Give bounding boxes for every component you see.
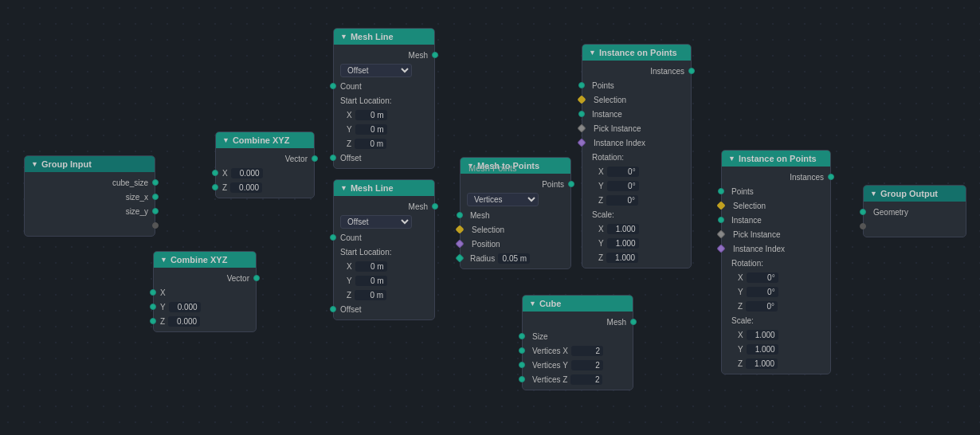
- combine-xyz-2-x-row: X: [154, 285, 256, 300]
- group-output-geometry-socket: [860, 209, 866, 215]
- mesh-line-2-node: ▼ Mesh Line Mesh Offset Count Start Loca…: [333, 179, 435, 320]
- iop1-points-socket: [578, 82, 585, 88]
- iop2-body: Instances Points Selection Instance Pick…: [722, 167, 830, 374]
- cube-size-row: Size: [523, 329, 633, 343]
- cube-mesh-row: Mesh: [523, 315, 633, 329]
- size-y-socket: [152, 208, 159, 214]
- combine-xyz-1-vector-socket: [312, 155, 318, 162]
- iop1-header: ▼ Instance on Points: [582, 45, 691, 61]
- mesh-line-2-z-row: Z 0 m: [334, 288, 434, 302]
- iop2-title: Instance on Points: [739, 154, 817, 163]
- mesh-line-1-node: ▼ Mesh Line Mesh Offset Count Start Loca…: [333, 28, 435, 169]
- iop2-selection-socket: [716, 201, 725, 210]
- combine-xyz-1-x-row: X 0.000: [216, 166, 314, 180]
- group-output-node: ▼ Group Output Geometry: [863, 185, 966, 237]
- combine-xyz-2-y-socket: [150, 304, 156, 310]
- group-output-title: Group Output: [880, 189, 938, 198]
- instance-on-points-1-node: ▼ Instance on Points Instances Points Se…: [582, 44, 692, 268]
- mesh-to-points-selection-socket: [455, 225, 464, 233]
- cube-node: ▼ Cube Mesh Size Vertices X 2 Vertices Y…: [522, 295, 633, 390]
- mesh-line-2-mode-row: Offset: [334, 214, 434, 230]
- iop2-pick-instance-socket: [716, 229, 725, 238]
- size-x-socket: [152, 194, 159, 200]
- cube-vy-row: Vertices Y 2: [523, 358, 633, 372]
- group-output-geometry-row: Geometry: [864, 205, 966, 219]
- iop1-instance-row: Instance: [582, 107, 691, 121]
- size-x-label: size_x: [126, 193, 148, 202]
- iop2-instance-row: Instance: [722, 213, 830, 227]
- combine-xyz-2-y-row: Y 0.000: [154, 300, 256, 314]
- mesh-to-points-mesh-row: Mesh: [461, 208, 570, 222]
- group-input-body: cube_size size_x size_y: [25, 172, 155, 236]
- cube-vy-socket: [519, 362, 525, 368]
- cube-mesh-socket: [630, 319, 637, 325]
- iop2-instances-socket: [828, 174, 834, 180]
- iop2-sy-row: Y 1.000: [722, 342, 830, 356]
- iop2-scale-label: Scale:: [722, 313, 830, 327]
- extra-socket: [152, 222, 159, 229]
- combine-xyz-2-x-socket: [150, 289, 156, 296]
- cube-header: ▼ Cube: [523, 296, 633, 312]
- mesh-to-points-position-socket: [455, 239, 464, 248]
- mesh-line-1-y-row: Y 0 m: [334, 122, 434, 136]
- mesh-to-points-body: Points Vertices Mesh Selection Position …: [461, 174, 570, 268]
- iop2-sz-row: Z 1.000: [722, 356, 830, 370]
- iop2-rotation-label: Rotation:: [722, 256, 830, 270]
- mesh-line-2-offset-socket: [330, 306, 336, 312]
- combine-xyz-1-x-socket: [212, 170, 218, 176]
- iop1-pick-instance-socket: [577, 123, 586, 132]
- cube-size-socket: [152, 179, 159, 186]
- mesh-to-points-title: Mesh to Points: [477, 161, 539, 170]
- iop2-sx-row: X 1.000: [722, 327, 830, 342]
- iop1-instances-row: Instances: [582, 64, 691, 78]
- group-input-size-x-row: size_x: [25, 190, 155, 204]
- mesh-to-points-selection-row: Selection: [461, 222, 570, 237]
- iop1-pick-instance-row: Pick Instance: [582, 121, 691, 135]
- iop1-points-row: Points: [582, 78, 691, 92]
- mesh-line-1-count-row: Count: [334, 79, 434, 93]
- iop2-rx-row: X 0°: [722, 270, 830, 284]
- mesh-to-points-radius-row: Radius 0.05 m: [461, 251, 570, 265]
- combine-xyz-2-vector-row: Vector: [154, 271, 256, 285]
- mesh-line-1-mode-row: Offset: [334, 62, 434, 79]
- mesh-line-2-count-socket: [330, 234, 336, 241]
- mesh-line-2-mode-select[interactable]: Offset: [340, 215, 412, 229]
- combine-xyz-1-z-socket: [212, 184, 218, 190]
- combine-xyz-2-vector-socket: [253, 275, 260, 281]
- combine-xyz-1-title: Combine XYZ: [233, 135, 290, 145]
- iop2-points-row: Points: [722, 184, 830, 198]
- mesh-to-points-header: ▼ Mesh to Points: [461, 158, 570, 174]
- cube-size-label: cube_size: [112, 178, 148, 187]
- mesh-to-points-position-row: Position: [461, 237, 570, 251]
- mesh-to-points-mode-row: Vertices: [461, 191, 570, 208]
- combine-xyz-2-node: ▼ Combine XYZ Vector X Y 0.000 Z 0.000: [153, 251, 257, 332]
- group-input-extra-row: [25, 218, 155, 233]
- mesh-line-1-start-label: Start Location:: [334, 93, 434, 108]
- mesh-to-points-mode-select[interactable]: Vertices: [467, 193, 539, 206]
- group-output-body: Geometry: [864, 202, 966, 237]
- cube-vx-socket: [519, 347, 525, 354]
- mesh-line-1-title: Mesh Line: [351, 32, 394, 41]
- cube-body: Mesh Size Vertices X 2 Vertices Y 2 Vert…: [523, 312, 633, 390]
- combine-xyz-1-vector-row: Vector: [216, 151, 314, 166]
- mesh-line-2-y-row: Y 0 m: [334, 273, 434, 288]
- combine-xyz-1-header: ▼ Combine XYZ: [216, 132, 314, 148]
- iop1-body: Instances Points Selection Instance Pick…: [582, 61, 691, 268]
- combine-xyz-1-node: ▼ Combine XYZ Vector X 0.000 Z 0.000: [215, 131, 315, 198]
- mesh-line-2-offset-row: Offset: [334, 302, 434, 316]
- mesh-line-1-mode-select[interactable]: Offset: [340, 64, 412, 77]
- group-output-extra-row: [864, 219, 966, 233]
- mesh-to-points-points-row: Points: [461, 177, 570, 191]
- mesh-line-2-header: ▼ Mesh Line: [334, 180, 434, 196]
- iop2-pick-instance-row: Pick Instance: [722, 227, 830, 241]
- mesh-line-1-z-row: Z 0 m: [334, 136, 434, 151]
- iop1-sz-row: Z 1.000: [582, 250, 691, 265]
- mesh-line-1-header: ▼ Mesh Line: [334, 29, 434, 45]
- iop2-selection-row: Selection: [722, 198, 830, 213]
- iop2-instances-row: Instances: [722, 170, 830, 184]
- combine-xyz-1-body: Vector X 0.000 Z 0.000: [216, 148, 314, 198]
- iop1-rx-row: X 0°: [582, 164, 691, 178]
- cube-vx-row: Vertices X 2: [523, 343, 633, 358]
- iop1-ry-row: Y 0°: [582, 178, 691, 193]
- mesh-line-2-body: Mesh Offset Count Start Location: X 0 m …: [334, 196, 434, 319]
